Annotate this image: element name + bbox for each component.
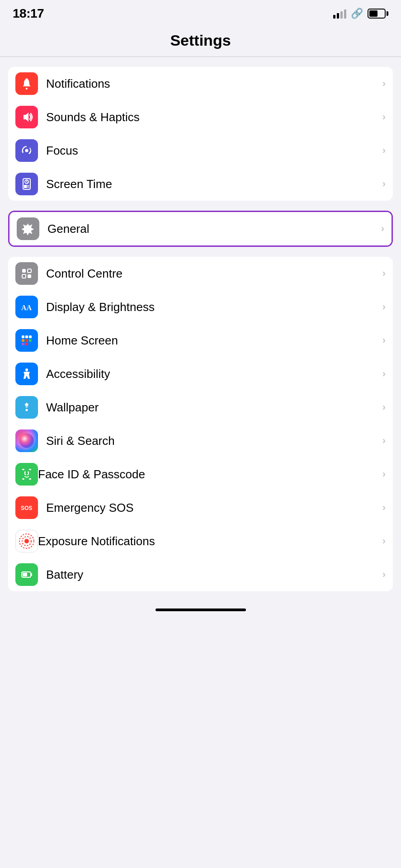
accessibility-chevron: › [382,368,386,380]
control-centre-label: Control Centre [46,267,379,281]
svg-rect-21 [22,343,24,345]
svg-rect-28 [22,478,24,480]
settings-item-display-brightness[interactable]: AA Display & Brightness › [8,290,393,324]
settings-item-general[interactable]: General › [9,212,392,245]
control-centre-icon [15,262,38,285]
settings-group-general: General › [8,211,393,247]
notifications-label: Notifications [46,77,379,91]
sounds-haptics-icon [15,106,38,128]
svg-rect-10 [22,269,26,273]
wallpaper-label: Wallpaper [46,401,379,415]
svg-point-0 [26,88,28,90]
general-icon [17,217,39,240]
svg-rect-15 [22,335,24,338]
svg-rect-5 [24,185,27,188]
display-brightness-icon: AA [15,296,38,318]
home-bar [156,609,246,611]
svg-marker-1 [24,113,28,122]
sounds-haptics-chevron: › [382,111,386,123]
emergency-sos-chevron: › [382,502,386,514]
battery-label: Battery [46,568,379,582]
svg-rect-16 [25,335,28,338]
notifications-icon [15,72,38,95]
accessibility-label: Accessibility [46,367,379,381]
siri-search-label: Siri & Search [46,434,379,448]
svg-text:SOS: SOS [21,505,32,511]
exposure-notifications-chevron: › [382,535,386,547]
home-screen-label: Home Screen [46,334,379,348]
svg-rect-29 [29,478,31,480]
svg-rect-27 [29,469,31,470]
settings-item-control-centre[interactable]: Control Centre › [8,257,393,290]
settings-item-accessibility[interactable]: Accessibility › [8,357,393,391]
home-screen-chevron: › [382,335,386,346]
svg-rect-11 [28,269,31,273]
svg-rect-37 [23,573,27,576]
svg-rect-19 [25,339,28,342]
focus-icon [15,139,38,162]
svg-rect-22 [25,343,28,345]
svg-rect-17 [29,335,32,338]
link-icon: 🔗 [351,8,363,19]
svg-point-31 [28,472,29,473]
settings-item-sounds-haptics[interactable]: Sounds & Haptics › [8,100,393,134]
emergency-sos-icon: SOS [15,496,38,519]
svg-point-30 [24,472,26,473]
control-centre-chevron: › [382,268,386,279]
siri-search-chevron: › [382,435,386,447]
screen-time-label: Screen Time [46,177,379,191]
settings-group-3: Control Centre › AA Display & Brightness… [8,257,393,591]
settings-item-home-screen[interactable]: Home Screen › [8,324,393,357]
notifications-chevron: › [382,78,386,90]
settings-item-emergency-sos[interactable]: SOS Emergency SOS › [8,491,393,524]
svg-rect-13 [28,274,31,278]
settings-item-siri-search[interactable]: Siri & Search › [8,424,393,458]
wallpaper-icon [15,396,38,419]
settings-item-exposure-notifications[interactable]: Exposure Notifications › [8,524,393,558]
svg-rect-18 [22,339,24,342]
page-title: Settings [0,24,401,57]
focus-chevron: › [382,145,386,156]
battery-chevron: › [382,569,386,580]
face-id-icon [15,463,38,486]
status-bar: 18:17 🔗 [0,0,401,24]
home-indicator [0,601,401,617]
settings-group-1: Notifications › Sounds & Haptics › Focus… [8,67,393,201]
settings-item-wallpaper[interactable]: Wallpaper › [8,391,393,424]
general-chevron: › [381,223,384,235]
svg-rect-26 [22,469,24,470]
display-brightness-label: Display & Brightness [46,300,379,314]
settings-item-focus[interactable]: Focus › [8,134,393,167]
face-id-chevron: › [382,468,386,480]
svg-rect-12 [22,274,26,278]
svg-point-24 [25,368,28,371]
sounds-haptics-label: Sounds & Haptics [46,110,379,124]
accessibility-icon [15,363,38,385]
svg-point-2 [25,149,28,152]
exposure-notifications-label: Exposure Notifications [38,534,379,548]
siri-search-icon [15,429,38,452]
face-id-label: Face ID & Passcode [38,467,379,481]
svg-rect-38 [31,573,32,576]
battery-settings-icon [15,563,38,586]
settings-item-face-id[interactable]: Face ID & Passcode › [8,458,393,491]
settings-item-notifications[interactable]: Notifications › [8,67,393,100]
focus-label: Focus [46,144,379,158]
general-label: General [47,222,377,236]
svg-text:AA: AA [21,304,32,311]
wallpaper-chevron: › [382,401,386,413]
svg-point-25 [26,409,28,411]
status-time: 18:17 [13,6,44,21]
exposure-notifications-icon [15,530,38,552]
display-brightness-chevron: › [382,301,386,313]
status-icons: 🔗 [333,8,388,19]
settings-item-screen-time[interactable]: Screen Time › [8,167,393,201]
svg-line-8 [27,182,28,183]
svg-rect-23 [29,343,32,345]
svg-rect-20 [29,339,32,342]
screen-time-chevron: › [382,178,386,190]
screen-time-icon [15,173,38,195]
settings-item-battery[interactable]: Battery › [8,558,393,591]
battery-status-icon [368,9,388,19]
signal-icon [333,9,346,19]
